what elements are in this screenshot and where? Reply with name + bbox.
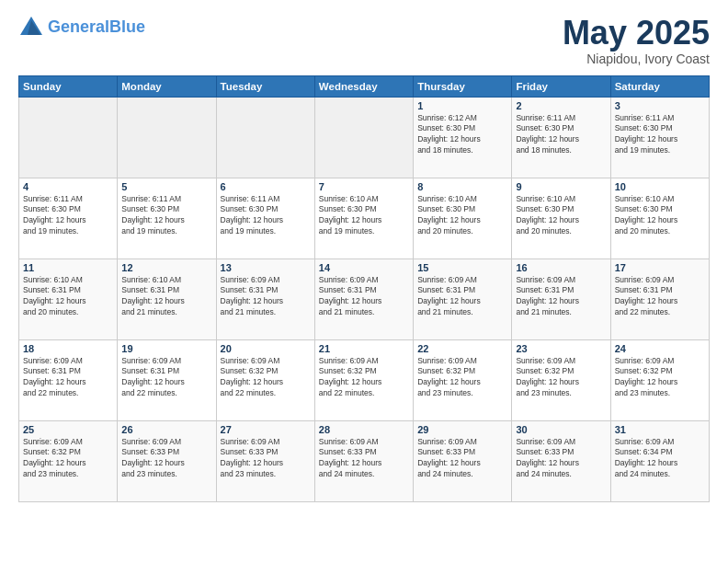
calendar-cell: 22Sunrise: 6:09 AM Sunset: 6:32 PM Dayli…	[414, 339, 512, 420]
day-info: Sunrise: 6:10 AM Sunset: 6:31 PM Dayligh…	[121, 275, 211, 319]
calendar-table: SundayMondayTuesdayWednesdayThursdayFrid…	[18, 75, 710, 502]
day-info: Sunrise: 6:09 AM Sunset: 6:32 PM Dayligh…	[23, 437, 113, 481]
day-number: 12	[121, 262, 211, 273]
day-number: 16	[516, 262, 606, 273]
calendar-title: May 2025	[563, 15, 710, 52]
calendar-cell: 24Sunrise: 6:09 AM Sunset: 6:32 PM Dayli…	[610, 339, 709, 420]
calendar-week-3: 11Sunrise: 6:10 AM Sunset: 6:31 PM Dayli…	[19, 259, 710, 339]
calendar-cell: 19Sunrise: 6:09 AM Sunset: 6:31 PM Dayli…	[118, 339, 216, 420]
day-number: 8	[417, 181, 507, 192]
calendar-cell: 15Sunrise: 6:09 AM Sunset: 6:31 PM Dayli…	[414, 259, 512, 339]
calendar-cell: 25Sunrise: 6:09 AM Sunset: 6:32 PM Dayli…	[19, 420, 118, 501]
calendar-week-5: 25Sunrise: 6:09 AM Sunset: 6:32 PM Dayli…	[19, 420, 710, 501]
day-number: 18	[23, 343, 113, 354]
day-info: Sunrise: 6:09 AM Sunset: 6:31 PM Dayligh…	[516, 275, 606, 319]
day-info: Sunrise: 6:09 AM Sunset: 6:31 PM Dayligh…	[221, 275, 311, 319]
day-number: 14	[319, 262, 409, 273]
day-number: 20	[221, 343, 311, 354]
logo-text: GeneralBlue	[48, 18, 145, 37]
calendar-week-1: 1Sunrise: 6:12 AM Sunset: 6:30 PM Daylig…	[19, 97, 710, 178]
calendar-cell: 23Sunrise: 6:09 AM Sunset: 6:32 PM Dayli…	[512, 339, 610, 420]
calendar-cell: 7Sunrise: 6:10 AM Sunset: 6:30 PM Daylig…	[314, 178, 413, 259]
day-info: Sunrise: 6:09 AM Sunset: 6:33 PM Dayligh…	[319, 437, 409, 481]
day-info: Sunrise: 6:10 AM Sunset: 6:30 PM Dayligh…	[417, 194, 507, 238]
day-info: Sunrise: 6:09 AM Sunset: 6:32 PM Dayligh…	[516, 356, 606, 400]
day-info: Sunrise: 6:09 AM Sunset: 6:33 PM Dayligh…	[221, 437, 311, 481]
calendar-cell	[314, 97, 413, 178]
title-block: May 2025 Niapidou, Ivory Coast	[563, 15, 710, 66]
day-number: 27	[221, 424, 311, 435]
calendar-location: Niapidou, Ivory Coast	[563, 52, 710, 66]
day-number: 9	[516, 181, 606, 192]
day-info: Sunrise: 6:10 AM Sunset: 6:31 PM Dayligh…	[23, 275, 113, 319]
day-info: Sunrise: 6:09 AM Sunset: 6:32 PM Dayligh…	[221, 356, 311, 400]
day-info: Sunrise: 6:11 AM Sunset: 6:30 PM Dayligh…	[615, 113, 705, 157]
calendar-cell: 31Sunrise: 6:09 AM Sunset: 6:34 PM Dayli…	[610, 420, 709, 501]
day-number: 25	[23, 424, 113, 435]
day-number: 1	[417, 100, 507, 111]
day-number: 29	[417, 424, 507, 435]
day-number: 3	[615, 100, 705, 111]
weekday-header-friday: Friday	[512, 75, 610, 97]
day-info: Sunrise: 6:09 AM Sunset: 6:34 PM Dayligh…	[615, 437, 705, 481]
day-info: Sunrise: 6:09 AM Sunset: 6:33 PM Dayligh…	[417, 437, 507, 481]
calendar-cell: 20Sunrise: 6:09 AM Sunset: 6:32 PM Dayli…	[216, 339, 314, 420]
calendar-cell: 27Sunrise: 6:09 AM Sunset: 6:33 PM Dayli…	[216, 420, 314, 501]
day-number: 13	[221, 262, 311, 273]
header: GeneralBlue May 2025 Niapidou, Ivory Coa…	[18, 15, 710, 66]
calendar-cell: 26Sunrise: 6:09 AM Sunset: 6:33 PM Dayli…	[118, 420, 216, 501]
day-number: 24	[615, 343, 705, 354]
day-info: Sunrise: 6:09 AM Sunset: 6:33 PM Dayligh…	[516, 437, 606, 481]
weekday-header-thursday: Thursday	[414, 75, 512, 97]
weekday-header-sunday: Sunday	[19, 75, 118, 97]
calendar-header-row: SundayMondayTuesdayWednesdayThursdayFrid…	[19, 75, 710, 97]
day-number: 31	[615, 424, 705, 435]
calendar-cell: 5Sunrise: 6:11 AM Sunset: 6:30 PM Daylig…	[118, 178, 216, 259]
day-info: Sunrise: 6:09 AM Sunset: 6:31 PM Dayligh…	[23, 356, 113, 400]
calendar-cell: 3Sunrise: 6:11 AM Sunset: 6:30 PM Daylig…	[610, 97, 709, 178]
day-info: Sunrise: 6:10 AM Sunset: 6:30 PM Dayligh…	[516, 194, 606, 238]
day-info: Sunrise: 6:09 AM Sunset: 6:31 PM Dayligh…	[417, 275, 507, 319]
day-info: Sunrise: 6:09 AM Sunset: 6:32 PM Dayligh…	[417, 356, 507, 400]
day-info: Sunrise: 6:09 AM Sunset: 6:31 PM Dayligh…	[319, 275, 409, 319]
day-number: 28	[319, 424, 409, 435]
day-number: 2	[516, 100, 606, 111]
day-number: 15	[417, 262, 507, 273]
calendar-cell: 2Sunrise: 6:11 AM Sunset: 6:30 PM Daylig…	[512, 97, 610, 178]
calendar-week-2: 4Sunrise: 6:11 AM Sunset: 6:30 PM Daylig…	[19, 178, 710, 259]
calendar-cell: 18Sunrise: 6:09 AM Sunset: 6:31 PM Dayli…	[19, 339, 118, 420]
day-number: 6	[221, 181, 311, 192]
calendar-cell	[118, 97, 216, 178]
calendar-cell: 14Sunrise: 6:09 AM Sunset: 6:31 PM Dayli…	[314, 259, 413, 339]
day-info: Sunrise: 6:09 AM Sunset: 6:32 PM Dayligh…	[319, 356, 409, 400]
calendar-cell: 16Sunrise: 6:09 AM Sunset: 6:31 PM Dayli…	[512, 259, 610, 339]
day-number: 23	[516, 343, 606, 354]
logo: GeneralBlue	[18, 15, 145, 40]
day-number: 21	[319, 343, 409, 354]
calendar-cell: 30Sunrise: 6:09 AM Sunset: 6:33 PM Dayli…	[512, 420, 610, 501]
day-info: Sunrise: 6:12 AM Sunset: 6:30 PM Dayligh…	[417, 113, 507, 157]
weekday-header-tuesday: Tuesday	[216, 75, 314, 97]
page: GeneralBlue May 2025 Niapidou, Ivory Coa…	[0, 0, 728, 563]
logo-line1: General	[48, 17, 109, 36]
day-info: Sunrise: 6:09 AM Sunset: 6:31 PM Dayligh…	[121, 356, 211, 400]
day-info: Sunrise: 6:11 AM Sunset: 6:30 PM Dayligh…	[121, 194, 211, 238]
day-number: 10	[615, 181, 705, 192]
calendar-cell	[19, 97, 118, 178]
calendar-cell: 4Sunrise: 6:11 AM Sunset: 6:30 PM Daylig…	[19, 178, 118, 259]
calendar-cell: 6Sunrise: 6:11 AM Sunset: 6:30 PM Daylig…	[216, 178, 314, 259]
calendar-cell: 28Sunrise: 6:09 AM Sunset: 6:33 PM Dayli…	[314, 420, 413, 501]
calendar-cell: 9Sunrise: 6:10 AM Sunset: 6:30 PM Daylig…	[512, 178, 610, 259]
day-info: Sunrise: 6:09 AM Sunset: 6:31 PM Dayligh…	[615, 275, 705, 319]
day-info: Sunrise: 6:11 AM Sunset: 6:30 PM Dayligh…	[516, 113, 606, 157]
logo-line2: Blue	[109, 17, 145, 36]
weekday-header-wednesday: Wednesday	[314, 75, 413, 97]
day-info: Sunrise: 6:09 AM Sunset: 6:33 PM Dayligh…	[121, 437, 211, 481]
day-info: Sunrise: 6:10 AM Sunset: 6:30 PM Dayligh…	[319, 194, 409, 238]
day-number: 26	[121, 424, 211, 435]
calendar-cell: 17Sunrise: 6:09 AM Sunset: 6:31 PM Dayli…	[610, 259, 709, 339]
weekday-header-saturday: Saturday	[610, 75, 709, 97]
day-number: 22	[417, 343, 507, 354]
calendar-week-4: 18Sunrise: 6:09 AM Sunset: 6:31 PM Dayli…	[19, 339, 710, 420]
calendar-cell: 8Sunrise: 6:10 AM Sunset: 6:30 PM Daylig…	[414, 178, 512, 259]
